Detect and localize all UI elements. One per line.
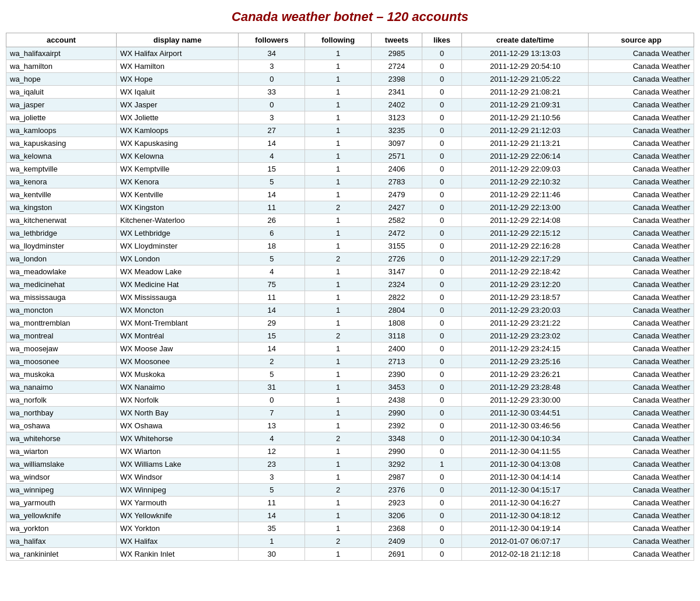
table-cell: wa_norfolk xyxy=(6,394,117,407)
table-cell: Canada Weather xyxy=(589,471,694,484)
table-cell: 2438 xyxy=(372,394,422,407)
table-cell: Canada Weather xyxy=(589,330,694,343)
table-cell: 3348 xyxy=(372,432,422,445)
table-cell: 2012-02-18 21:12:18 xyxy=(462,548,589,561)
table-cell: Canada Weather xyxy=(589,137,694,150)
table-cell: 0 xyxy=(422,471,462,484)
table-cell: 33 xyxy=(239,86,305,99)
table-cell: 2012-01-07 06:07:17 xyxy=(462,535,589,548)
table-row: wa_oshawaWX Oshawa131239202011-12-30 03:… xyxy=(6,420,694,432)
table-cell: 2 xyxy=(305,535,372,548)
table-cell: 2341 xyxy=(372,86,422,99)
table-cell: 2987 xyxy=(372,471,422,484)
column-header-display-name: display name xyxy=(117,33,239,47)
table-cell: 3 xyxy=(239,111,305,124)
table-row: wa_halifaxWX Halifax12240902012-01-07 06… xyxy=(6,535,694,548)
table-cell: 0 xyxy=(422,265,462,278)
table-cell: WX Mississauga xyxy=(117,291,239,304)
table-cell: 2011-12-29 21:09:31 xyxy=(462,99,589,111)
table-cell: 1 xyxy=(305,73,372,86)
table-cell: 0 xyxy=(422,394,462,407)
table-cell: 0 xyxy=(422,368,462,381)
table-cell: 2923 xyxy=(372,497,422,509)
table-row: wa_yarmouthWX Yarmouth111292302011-12-30… xyxy=(6,497,694,509)
table-cell: wa_moncton xyxy=(6,304,117,317)
table-cell: 1 xyxy=(305,47,372,60)
table-row: wa_mississaugaWX Mississauga111282202011… xyxy=(6,291,694,304)
table-cell: 1 xyxy=(305,176,372,188)
table-cell: wa_muskoka xyxy=(6,368,117,381)
table-cell: 0 xyxy=(422,548,462,561)
table-cell: 2392 xyxy=(372,420,422,432)
table-cell: Canada Weather xyxy=(589,343,694,355)
table-row: wa_kapuskasingWX Kapuskasing141309702011… xyxy=(6,137,694,150)
table-cell: 1 xyxy=(305,240,372,253)
table-cell: 2011-12-30 03:44:51 xyxy=(462,407,589,420)
table-cell: 3292 xyxy=(372,458,422,471)
table-cell: Canada Weather xyxy=(589,407,694,420)
table-cell: 0 xyxy=(422,484,462,497)
table-cell: wa_lloydminster xyxy=(6,240,117,253)
column-header-followers: followers xyxy=(239,33,305,47)
table-cell: 1 xyxy=(305,227,372,240)
table-row: wa_kentvilleWX Kentville141247902011-12-… xyxy=(6,188,694,201)
table-cell: 14 xyxy=(239,343,305,355)
table-cell: 15 xyxy=(239,163,305,176)
table-row: wa_northbayWX North Bay71299002011-12-30… xyxy=(6,407,694,420)
table-cell: wa_kapuskasing xyxy=(6,137,117,150)
table-cell: 0 xyxy=(422,253,462,265)
table-row: wa_windsorWX Windsor31298702011-12-30 04… xyxy=(6,471,694,484)
table-cell: WX North Bay xyxy=(117,407,239,420)
table-cell: wa_hamilton xyxy=(6,60,117,73)
table-cell: 2 xyxy=(305,484,372,497)
table-cell: WX Lloydminster xyxy=(117,240,239,253)
table-cell: 0 xyxy=(422,86,462,99)
table-cell: 0 xyxy=(422,214,462,227)
column-header-likes: likes xyxy=(422,33,462,47)
table-cell: 15 xyxy=(239,330,305,343)
table-cell: wa_whitehorse xyxy=(6,432,117,445)
table-cell: WX Kemptville xyxy=(117,163,239,176)
table-cell: WX Meadow Lake xyxy=(117,265,239,278)
table-cell: 0 xyxy=(422,73,462,86)
table-cell: wa_northbay xyxy=(6,407,117,420)
table-cell: Canada Weather xyxy=(589,60,694,73)
table-cell: 2011-12-29 21:10:56 xyxy=(462,111,589,124)
table-cell: wa_kentville xyxy=(6,188,117,201)
table-cell: 2011-12-29 23:24:15 xyxy=(462,343,589,355)
table-cell: 0 xyxy=(422,163,462,176)
column-header-following: following xyxy=(305,33,372,47)
table-cell: 0 xyxy=(422,150,462,163)
table-cell: 1 xyxy=(305,137,372,150)
table-cell: 2011-12-29 22:17:29 xyxy=(462,253,589,265)
table-cell: wa_yorkton xyxy=(6,522,117,535)
table-cell: Kitchener-Waterloo xyxy=(117,214,239,227)
table-cell: 2011-12-29 23:20:03 xyxy=(462,304,589,317)
table-cell: 0 xyxy=(422,176,462,188)
table-cell: 2400 xyxy=(372,343,422,355)
table-cell: 2011-12-29 22:15:12 xyxy=(462,227,589,240)
table-cell: 14 xyxy=(239,304,305,317)
table-cell: WX Halifax Airport xyxy=(117,47,239,60)
table-cell: 3235 xyxy=(372,124,422,137)
table-row: wa_moosoneeWX Moosonee21271302011-12-29 … xyxy=(6,355,694,368)
table-row: wa_wiartonWX Wiarton121299002011-12-30 0… xyxy=(6,445,694,458)
table-cell: 1 xyxy=(305,163,372,176)
table-row: wa_kemptvilleWX Kemptville151240602011-1… xyxy=(6,163,694,176)
table-cell: 1 xyxy=(305,394,372,407)
table-cell: wa_kamloops xyxy=(6,124,117,137)
table-cell: 2011-12-29 22:09:03 xyxy=(462,163,589,176)
table-cell: 2011-12-29 23:21:22 xyxy=(462,317,589,330)
table-cell: 0 xyxy=(422,240,462,253)
table-cell: wa_winnipeg xyxy=(6,484,117,497)
table-cell: 2 xyxy=(305,201,372,214)
page-title: Canada weather botnet – 120 accounts xyxy=(6,6,694,28)
column-header-create-date/time: create date/time xyxy=(462,33,589,47)
table-cell: 5 xyxy=(239,176,305,188)
table-cell: WX Halifax xyxy=(117,535,239,548)
table-cell: WX Windsor xyxy=(117,471,239,484)
table-cell: Canada Weather xyxy=(589,535,694,548)
table-cell: WX Muskoka xyxy=(117,368,239,381)
table-cell: 2724 xyxy=(372,60,422,73)
table-cell: 27 xyxy=(239,124,305,137)
